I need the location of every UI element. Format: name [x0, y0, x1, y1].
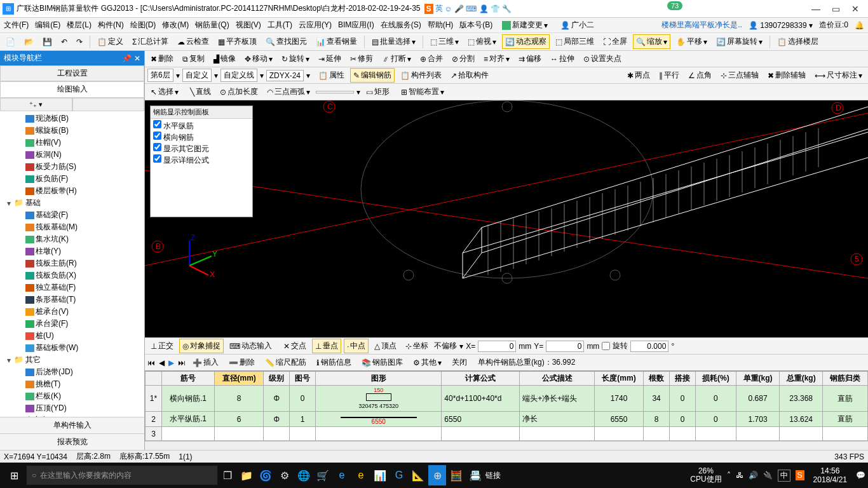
cloud-check-button[interactable]: ☁ 云检查 [174, 34, 212, 49]
app-icon-2[interactable]: 🌀 [257, 465, 275, 485]
subtab-blank[interactable] [72, 98, 145, 111]
tree-item[interactable]: 现浇板(B) [0, 112, 144, 125]
rect-button[interactable]: ▭ 矩形 [363, 85, 393, 99]
stretch-button[interactable]: ↔ 拉伸 [547, 51, 578, 66]
tray-net-icon[interactable]: 🖧 [736, 471, 743, 480]
menu-draw[interactable]: 绘图(D) [130, 20, 156, 30]
tray-vol-icon[interactable]: 🔊 [749, 471, 758, 480]
menu-component[interactable]: 构件(N) [98, 20, 124, 30]
tree-item[interactable]: 筏板主筋(R) [0, 257, 144, 269]
select-button[interactable]: ↖ 选择 ▾ [147, 85, 182, 99]
info-button[interactable]: ℹ 钢筋信息 [313, 355, 355, 370]
tray-ime[interactable]: 中 [778, 470, 790, 482]
extend-len-button[interactable]: ⊙ 点加长度 [217, 85, 261, 99]
tray-clock[interactable]: 14:562018/4/21 [810, 466, 851, 485]
edit-rebar-button[interactable]: ✎ 编辑钢筋 [350, 68, 395, 83]
nav-next-icon[interactable]: ▶ [168, 358, 174, 367]
osnap-button[interactable]: ◎ 对象捕捉 [179, 339, 224, 353]
taskview-icon[interactable]: ❐ [219, 465, 236, 485]
viewport-3d[interactable]: C D B 5 Z Y X 钢筋显示控制面板 水平纵筋 横向钢筋 显示其它图元 … [145, 100, 868, 337]
name-select[interactable]: ZDYX-24 [266, 70, 304, 81]
mirror-button[interactable]: ▟ 镜像 [210, 51, 239, 66]
redo-icon[interactable]: ↷ [73, 36, 86, 48]
taskbar-search[interactable]: ○ 在这里输入你要搜索的内容 [27, 466, 217, 485]
flat-button[interactable]: ▦ 平齐板顶 [215, 34, 260, 49]
col-header[interactable]: 公式描述 [520, 372, 595, 386]
tree-group[interactable]: ▾📁 其它 [0, 354, 144, 366]
smart-button[interactable]: ⊞ 智能布置 ▾ [398, 85, 447, 99]
tree-item[interactable]: 楼层板带(H) [0, 185, 144, 197]
bell-icon[interactable]: 🔔 [855, 21, 864, 30]
link-label[interactable]: 链接 [485, 470, 501, 481]
pan-button[interactable]: ✋ 平移 ▾ [673, 34, 710, 49]
display-option[interactable]: 显示详细公式 [153, 154, 250, 166]
app-icon-6[interactable]: G [390, 465, 408, 485]
pin-icon[interactable]: 📌 [122, 54, 132, 63]
insert-row-button[interactable]: ➕ 插入 [189, 355, 222, 370]
mid-button[interactable]: · 中点 [344, 339, 369, 353]
parallel-button[interactable]: ∥ 平行 [656, 68, 682, 83]
app-icon-5[interactable]: 📊 [371, 465, 389, 485]
menu-online[interactable]: 在线服务(S) [381, 20, 421, 30]
plan-button[interactable]: ⬚ 俯视 ▾ [465, 34, 499, 49]
merge-button[interactable]: ⊕ 合并 [417, 51, 446, 66]
app-icon-9[interactable]: 🧮 [447, 465, 465, 485]
cat-select[interactable]: 自定义 [182, 69, 212, 82]
col-header[interactable]: 直径(mm) [215, 372, 264, 386]
selectfloor-button[interactable]: 📋 选择楼层 [774, 34, 822, 49]
tree-item[interactable]: 独立基础(F) [0, 281, 144, 294]
col-header[interactable]: 长度(mm) [594, 372, 643, 386]
line-button[interactable]: ╲ 直线 [187, 85, 214, 99]
nav-last-icon[interactable]: ⏭ [178, 358, 186, 367]
display-option[interactable]: 显示其它图元 [153, 143, 250, 154]
tray-sogou-icon[interactable]: S [796, 470, 804, 480]
rot-checkbox[interactable] [602, 342, 610, 350]
align-button[interactable]: ≡ 对齐 ▾ [480, 51, 513, 66]
tree-item[interactable]: 板受力筋(S) [0, 161, 144, 173]
tree-item[interactable]: 板洞(N) [0, 149, 144, 161]
col-header[interactable] [146, 372, 162, 386]
new-change-button[interactable]: 新建变更 ▾ [499, 18, 551, 32]
tip-link[interactable]: 楼梯里高端平板净长是.. [661, 20, 742, 30]
tree-item[interactable]: 桩承台(V) [0, 306, 144, 318]
ime-bar[interactable]: S 英 ☺ 🎤 ⌨ 👤 👕 🔧 [424, 3, 512, 14]
pick-button[interactable]: ↗ 拾取构件 [447, 68, 492, 83]
other-button[interactable]: ⚙ 其他 ▾ [410, 355, 445, 370]
screenrotate-button[interactable]: 🔄 屏幕旋转 ▾ [713, 34, 766, 49]
two-point-button[interactable]: ✱ 两点 [624, 68, 653, 83]
fullscreen-button[interactable]: ⛶ 全屏 [600, 34, 630, 49]
dynin-button[interactable]: ⌨ 动态输入 [226, 339, 275, 353]
y-input[interactable] [546, 341, 584, 352]
offset-select[interactable]: 不偏移 [434, 341, 457, 351]
close-panel-icon[interactable]: ✕ [134, 54, 140, 63]
perp-button[interactable]: ⊥ 垂点 [312, 339, 341, 353]
zoom-button[interactable]: 🔍 缩放 ▾ [633, 34, 670, 49]
tree-item[interactable]: 基础板带(W) [0, 342, 144, 354]
cross-button[interactable]: ✕ 交点 [280, 339, 309, 353]
coord-button[interactable]: ⊹ 坐标 [402, 339, 431, 353]
comp-list-button[interactable]: 📋 构件列表 [397, 68, 445, 83]
tree-item[interactable]: 柱帽(V) [0, 137, 144, 149]
app-icon-3[interactable]: ⚙ [276, 465, 294, 485]
dim-button[interactable]: ⟷ 尺寸标注 ▾ [811, 68, 865, 83]
rebar-display-panel[interactable]: 钢筋显示控制面板 水平纵筋 横向钢筋 显示其它图元 显示详细公式 [150, 105, 253, 217]
del-row-button[interactable]: ➖ 删除 [226, 355, 258, 370]
move-button[interactable]: ✥ 移动 ▾ [241, 51, 276, 66]
three-point-axis-button[interactable]: ⊹ 三点辅轴 [717, 68, 762, 83]
menu-view[interactable]: 视图(V) [236, 20, 261, 30]
tree-item[interactable]: 栏板(K) [0, 390, 144, 402]
viewsteel-button[interactable]: 📊 查看钢量 [313, 34, 360, 49]
dynview-button[interactable]: 🔄 动态观察 [502, 34, 550, 49]
col-header[interactable]: 单重(kg) [736, 372, 779, 386]
tree-item[interactable]: 集水坑(K) [0, 233, 144, 245]
new-icon[interactable]: 📄 [3, 36, 18, 48]
menu-floor[interactable]: 楼层(L) [67, 20, 92, 30]
undo-icon[interactable]: ↶ [58, 36, 71, 48]
tray-batt-icon[interactable]: 🔌 [763, 471, 773, 480]
tree-item[interactable]: 筏板负筋(X) [0, 269, 144, 281]
col-header[interactable]: 损耗(%) [695, 372, 736, 386]
menu-help[interactable]: 帮助(H) [428, 20, 454, 30]
single-input-button[interactable]: 单构件输入 [0, 417, 144, 433]
nav-prev-icon[interactable]: ◀ [159, 358, 165, 367]
app-icon-7[interactable]: 📐 [409, 465, 427, 485]
